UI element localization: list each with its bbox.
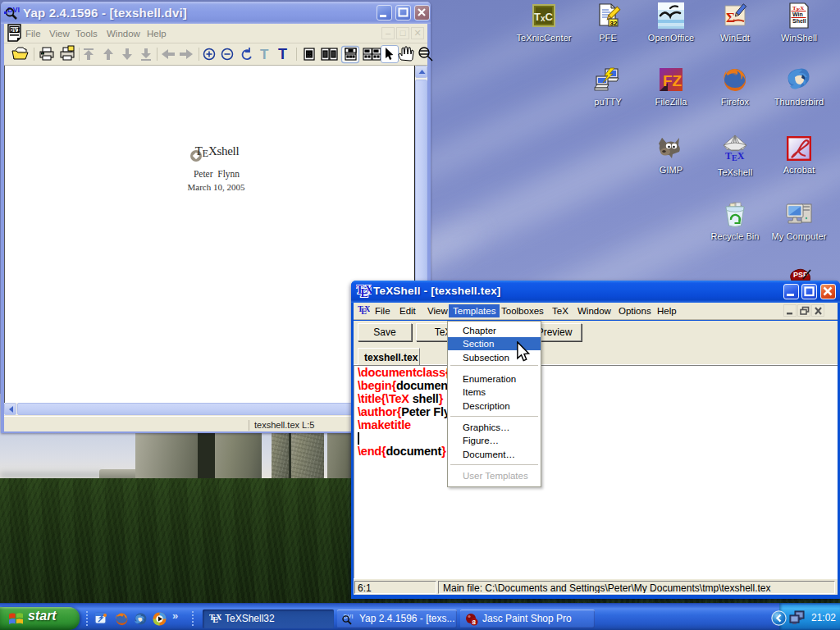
svg-text:T: T <box>260 47 269 62</box>
svg-text:FZ: FZ <box>663 72 682 89</box>
svg-text:X: X <box>365 284 372 296</box>
svg-text:8: 8 <box>472 619 477 626</box>
svg-text:X: X <box>216 614 221 623</box>
svg-text:T: T <box>278 46 287 62</box>
svg-text:Σ: Σ <box>726 10 735 25</box>
svg-text:X: X <box>364 305 370 314</box>
svg-text:Shell: Shell <box>792 18 806 24</box>
svg-text:Win: Win <box>792 11 803 17</box>
svg-text:TEX: TEX <box>725 150 745 162</box>
svg-text:DVI: DVI <box>11 28 21 34</box>
svg-text:32: 32 <box>610 20 618 27</box>
